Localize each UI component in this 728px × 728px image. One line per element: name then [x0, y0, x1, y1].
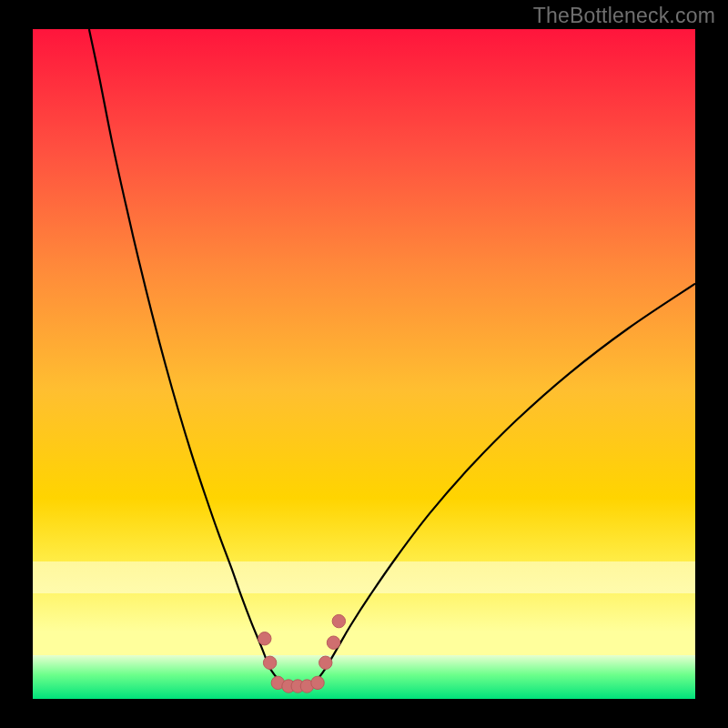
curve-marker	[258, 632, 271, 645]
curve-marker	[311, 676, 324, 689]
curve-marker-group	[258, 614, 346, 693]
bottleneck-curve	[89, 29, 695, 686]
curve-marker	[332, 614, 345, 627]
curve-marker	[327, 636, 339, 649]
curve-marker	[319, 656, 332, 669]
curve-marker	[263, 656, 276, 669]
curve-layer	[33, 29, 695, 699]
watermark-text: TheBottleneck.com	[533, 4, 715, 28]
plot-area	[33, 29, 695, 699]
chart-frame: TheBottleneck.com	[0, 0, 728, 728]
